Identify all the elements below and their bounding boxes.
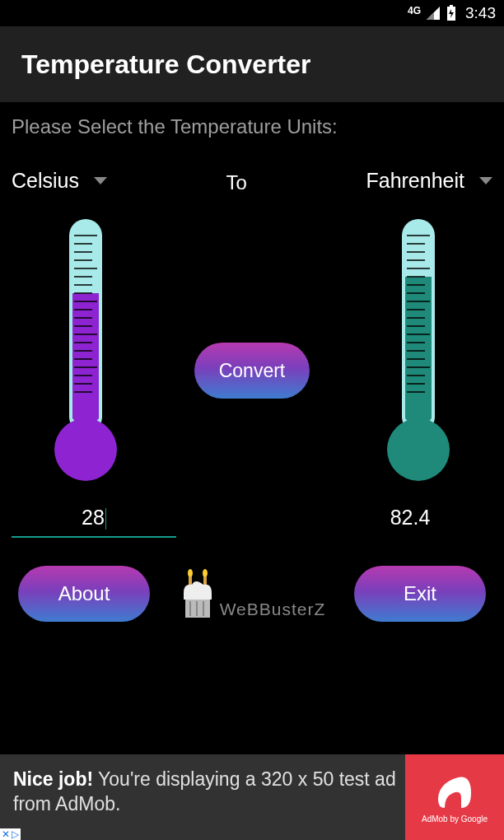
clock: 3:43 — [465, 4, 496, 22]
svg-point-50 — [188, 569, 193, 577]
svg-point-28 — [387, 418, 450, 481]
status-bar: 4G 3:43 — [0, 0, 504, 26]
chevron-down-icon — [479, 177, 492, 184]
input-underline — [12, 536, 176, 538]
brand-logo: WeBBusterZ — [179, 568, 326, 619]
svg-rect-52 — [189, 576, 192, 585]
ad-brand: AdMob by Google — [422, 814, 488, 824]
about-button[interactable]: About — [18, 566, 150, 622]
output-value: 82.4 — [390, 506, 431, 529]
convert-label: Convert — [219, 360, 286, 382]
exit-label: Exit — [404, 582, 436, 605]
network-label: 4G — [408, 5, 421, 16]
admob-icon — [433, 772, 476, 814]
app-bar: Temperature Converter — [0, 26, 504, 102]
ad-logo: AdMob by Google — [405, 754, 504, 840]
chevron-down-icon — [94, 177, 107, 184]
svg-rect-1 — [450, 5, 453, 7]
ad-text: Nice job! You're displaying a 320 x 50 t… — [0, 754, 405, 840]
svg-rect-53 — [203, 576, 207, 585]
input-value-field[interactable]: 28 — [12, 506, 176, 538]
ad-banner[interactable]: Nice job! You're displaying a 320 x 50 t… — [0, 754, 504, 840]
to-unit-picker[interactable]: Fahrenheit — [366, 169, 492, 193]
app-title: Temperature Converter — [21, 49, 311, 80]
prompt-label: Please Select the Temperature Units: — [12, 115, 492, 138]
convert-button[interactable]: Convert — [194, 343, 310, 399]
chef-hat-icon — [179, 568, 217, 619]
from-unit-picker[interactable]: Celsius — [12, 169, 107, 193]
adchoices-icon[interactable]: ▷ — [12, 828, 19, 840]
to-unit-label: Fahrenheit — [366, 169, 464, 193]
to-label: To — [226, 171, 247, 194]
input-value: 28 — [82, 506, 105, 529]
brand-text: WeBBusterZ — [220, 600, 326, 619]
output-value-field: 82.4 — [328, 506, 492, 538]
ad-choices[interactable]: ✕ ▷ — [0, 828, 21, 840]
signal-icon — [426, 6, 441, 21]
about-label: About — [58, 582, 110, 605]
battery-icon — [446, 5, 457, 21]
exit-button[interactable]: Exit — [354, 566, 486, 622]
svg-point-51 — [203, 569, 208, 577]
svg-point-4 — [54, 418, 117, 481]
text-cursor — [105, 508, 106, 530]
thermometer-icon — [369, 211, 468, 483]
thermometer-from — [12, 211, 160, 483]
thermometer-icon — [36, 211, 135, 483]
close-ad-icon[interactable]: ✕ — [2, 828, 10, 840]
ad-bold: Nice job! — [13, 768, 93, 790]
from-unit-label: Celsius — [12, 169, 79, 193]
thermometer-to — [344, 211, 492, 483]
